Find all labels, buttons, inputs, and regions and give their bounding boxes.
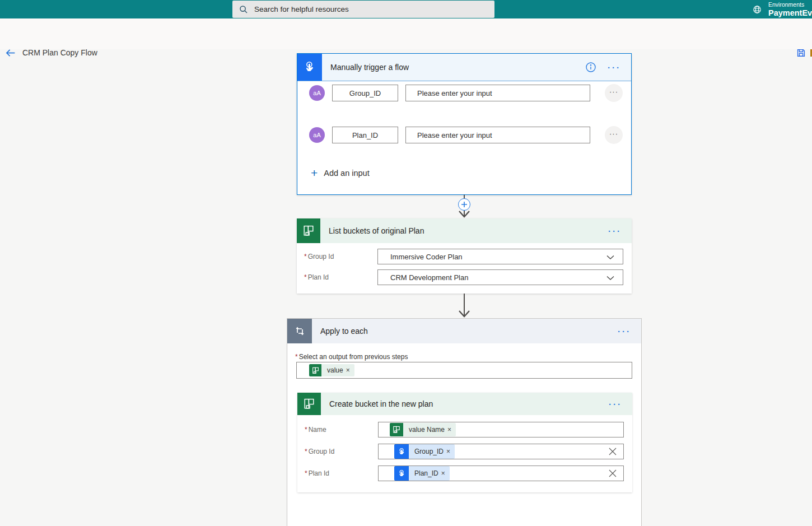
search-icon bbox=[239, 5, 248, 14]
token-remove-icon[interactable]: × bbox=[346, 364, 354, 376]
name-label: *Name bbox=[305, 426, 378, 434]
planner-icon bbox=[297, 393, 321, 415]
trigger-more-menu-button[interactable]: ··· bbox=[605, 62, 623, 73]
trigger-input-value-field[interactable] bbox=[405, 85, 590, 101]
apply-to-each-more-menu-button[interactable]: ··· bbox=[615, 325, 633, 337]
token-label: Group_ID bbox=[409, 444, 446, 459]
text-input-type-glyph: aA bbox=[313, 132, 320, 138]
name-field[interactable]: value Name × bbox=[378, 422, 624, 437]
add-an-input-button[interactable]: + Add an input bbox=[311, 167, 370, 179]
dynamic-token-group-id[interactable]: Group_ID × bbox=[394, 444, 455, 459]
trigger-input-name-field[interactable] bbox=[332, 85, 398, 101]
group-id-dropdown[interactable]: Immersive Coder Plan bbox=[377, 249, 623, 264]
group-id-row: *Group Id Immersive Coder Plan bbox=[304, 249, 623, 264]
apply-to-each-scope: Apply to each ··· *Select an output from… bbox=[287, 318, 642, 526]
insert-step-button[interactable] bbox=[458, 198, 470, 211]
select-output-label: *Select an output from previous steps bbox=[295, 353, 408, 361]
list-buckets-header[interactable]: List buckets of original Plan ··· bbox=[297, 218, 632, 243]
action-card-list-buckets: List buckets of original Plan ··· *Group… bbox=[297, 218, 632, 294]
group-id-label: *Group Id bbox=[304, 253, 377, 260]
planner-icon bbox=[309, 364, 321, 376]
required-marker: * bbox=[305, 448, 307, 455]
plus-icon: + bbox=[311, 167, 318, 179]
field-label-text: Plan Id bbox=[308, 273, 329, 281]
required-marker: * bbox=[295, 353, 298, 361]
plan-id-row: *Plan Id Plan_ID × bbox=[305, 466, 624, 481]
flow-canvas: Manually trigger a flow ··· aA ··· bbox=[0, 49, 812, 526]
list-buckets-more-menu-button[interactable]: ··· bbox=[606, 225, 624, 237]
environments-label: Environments bbox=[768, 2, 812, 8]
field-label-text: Select an output from previous steps bbox=[299, 353, 408, 361]
apply-to-each-loop-icon bbox=[287, 319, 312, 343]
create-bucket-more-menu-button[interactable]: ··· bbox=[606, 398, 624, 410]
plan-id-label: *Plan Id bbox=[305, 469, 378, 477]
group-id-field[interactable]: Group_ID × bbox=[378, 444, 624, 459]
text-input-type-icon: aA bbox=[309, 127, 325, 143]
dynamic-token-value[interactable]: value × bbox=[309, 364, 354, 376]
group-id-value: Immersive Coder Plan bbox=[390, 253, 463, 261]
action-card-create-bucket: Create bucket in the new plan ··· *Name bbox=[297, 393, 632, 492]
trigger-input-row: aA ··· bbox=[309, 126, 623, 144]
environment-picker[interactable]: Environments PaymentEve bbox=[752, 0, 812, 18]
field-label-text: Group Id bbox=[308, 253, 334, 260]
group-id-row: *Group Id Group_ID × bbox=[305, 444, 624, 459]
required-marker: * bbox=[305, 469, 307, 477]
token-remove-icon[interactable]: × bbox=[446, 444, 455, 459]
environment-name: PaymentEve bbox=[768, 9, 812, 17]
apply-to-each-title: Apply to each bbox=[320, 327, 615, 336]
flow-header-bar: CRM Plan Copy Flow bbox=[0, 18, 812, 49]
search-box[interactable] bbox=[232, 1, 494, 18]
environments-globe-icon bbox=[752, 4, 762, 15]
dynamic-token-value-name[interactable]: value Name × bbox=[390, 423, 456, 436]
required-marker: * bbox=[305, 426, 307, 434]
manual-trigger-icon bbox=[394, 444, 409, 459]
clear-field-button[interactable] bbox=[608, 446, 618, 457]
token-label: Plan_ID bbox=[409, 466, 441, 481]
trigger-input-value-field[interactable] bbox=[405, 127, 590, 143]
plan-id-value: CRM Development Plan bbox=[390, 273, 468, 282]
apply-to-each-header[interactable]: Apply to each ··· bbox=[287, 319, 641, 343]
planner-icon bbox=[390, 423, 403, 436]
token-label: value Name bbox=[403, 423, 447, 436]
text-input-type-icon: aA bbox=[309, 85, 325, 101]
manual-trigger-icon bbox=[394, 466, 409, 481]
plan-id-dropdown[interactable]: CRM Development Plan bbox=[377, 269, 623, 285]
connector-arrow bbox=[453, 294, 475, 318]
token-label: value bbox=[321, 364, 346, 376]
planner-icon bbox=[297, 218, 320, 243]
trigger-input-row: aA ··· bbox=[309, 84, 623, 102]
trigger-title: Manually trigger a flow bbox=[330, 63, 585, 72]
add-input-label: Add an input bbox=[324, 169, 369, 178]
token-remove-icon[interactable]: × bbox=[447, 423, 456, 436]
plan-id-label: *Plan Id bbox=[304, 273, 377, 281]
chevron-down-icon bbox=[606, 253, 615, 263]
group-id-label: *Group Id bbox=[305, 448, 378, 455]
plan-id-field[interactable]: Plan_ID × bbox=[378, 466, 624, 481]
field-label-text: Group Id bbox=[309, 448, 335, 455]
required-marker: * bbox=[304, 253, 307, 260]
trigger-input-name-field[interactable] bbox=[332, 127, 398, 143]
select-output-field[interactable]: value × bbox=[296, 362, 632, 379]
create-bucket-header[interactable]: Create bucket in the new plan ··· bbox=[297, 393, 632, 415]
name-row: *Name value Name bbox=[305, 422, 624, 437]
chevron-down-icon bbox=[606, 274, 615, 283]
top-app-bar: Environments PaymentEve bbox=[0, 0, 812, 18]
field-label-text: Plan Id bbox=[309, 469, 329, 477]
text-input-type-glyph: aA bbox=[313, 90, 320, 96]
clear-field-button[interactable] bbox=[608, 468, 618, 478]
list-buckets-title: List buckets of original Plan bbox=[329, 226, 606, 235]
plan-id-row: *Plan Id CRM Development Plan bbox=[304, 269, 623, 285]
info-icon[interactable] bbox=[585, 62, 596, 73]
dynamic-token-plan-id[interactable]: Plan_ID × bbox=[394, 466, 450, 481]
field-label-text: Name bbox=[309, 426, 326, 434]
manual-trigger-icon bbox=[297, 54, 322, 81]
power-automate-flow-editor: Environments PaymentEve CRM Plan Copy Fl… bbox=[0, 0, 812, 526]
trigger-card-header[interactable]: Manually trigger a flow ··· bbox=[297, 54, 631, 81]
search-input[interactable] bbox=[253, 4, 488, 14]
required-marker: * bbox=[304, 273, 307, 281]
trigger-card-manual: Manually trigger a flow ··· aA ··· bbox=[297, 53, 632, 195]
token-remove-icon[interactable]: × bbox=[441, 466, 450, 481]
input-options-button[interactable]: ··· bbox=[605, 84, 623, 102]
create-bucket-title: Create bucket in the new plan bbox=[329, 399, 606, 408]
input-options-button[interactable]: ··· bbox=[605, 126, 623, 144]
